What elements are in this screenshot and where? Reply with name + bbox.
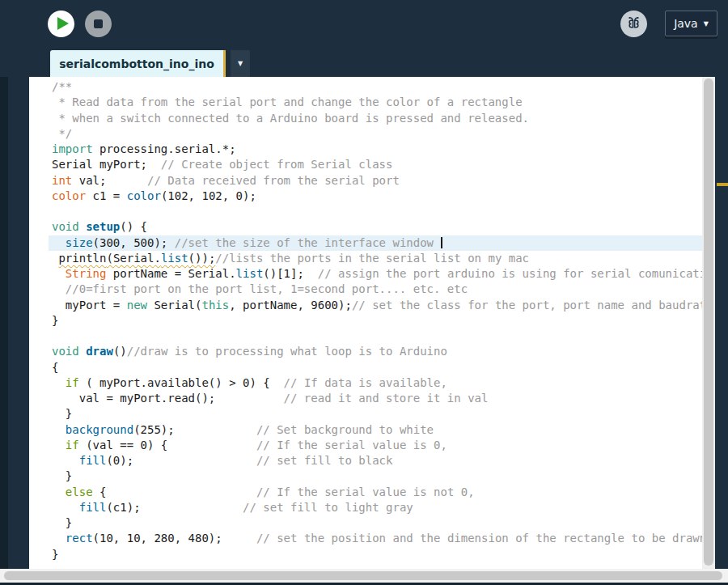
warning-marker[interactable]: [717, 183, 728, 186]
code-token: // set the position and the dimension of…: [256, 532, 702, 545]
code-line[interactable]: }: [49, 468, 702, 484]
code-line[interactable]: }: [49, 547, 702, 562]
code-line[interactable]: else { // If the serial value is not 0,: [49, 485, 702, 500]
code-token: * when a switch connected to a Arduino b…: [52, 112, 529, 125]
code-token: background: [66, 423, 133, 436]
chevron-down-icon: ▼: [704, 19, 709, 28]
code-token: (102, 102, 0);: [161, 189, 256, 202]
code-line[interactable]: fill(c1); // set fill to light gray: [49, 500, 702, 515]
run-button[interactable]: [48, 11, 74, 37]
vertical-scrollbar-track[interactable]: [702, 77, 715, 569]
code-token: // Create object from Serial class: [161, 158, 393, 171]
code-token: processing.serial.*;: [93, 142, 236, 155]
vertical-scrollbar-thumb[interactable]: [704, 78, 713, 566]
code-token: list: [236, 267, 264, 280]
code-editor[interactable]: /** * Read data from the serial port and…: [49, 77, 702, 569]
code-line[interactable]: /**: [49, 79, 702, 95]
code-line[interactable]: * Read data from the serial port and cha…: [49, 95, 702, 110]
code-token: // Data received from the serial port: [147, 174, 400, 187]
code-line[interactable]: color c1 = color(102, 102, 0);: [49, 189, 702, 204]
code-line[interactable]: [49, 329, 702, 344]
code-token: int: [52, 174, 72, 187]
code-token: [52, 454, 79, 467]
code-line[interactable]: background(255); // Set background to wh…: [49, 422, 702, 438]
code-token: rect: [66, 532, 93, 545]
code-line[interactable]: rect(10, 10, 280, 480); // set the posit…: [49, 531, 702, 546]
code-line[interactable]: myPort = new Serial(this, portName, 9600…: [49, 298, 702, 313]
debug-butterfly-icon: [624, 15, 643, 33]
code-token: // Set background to white: [256, 423, 434, 436]
code-line[interactable]: */: [49, 126, 702, 142]
code-token: [52, 532, 66, 545]
code-token: // If data is available,: [284, 376, 447, 389]
code-line[interactable]: if ( myPort.available() > 0) { // If dat…: [49, 375, 702, 391]
code-token: * Read data from the serial port and cha…: [52, 95, 523, 108]
horizontal-scrollbar-thumb[interactable]: [4, 571, 722, 580]
code-line[interactable]: if (val == 0) { // If the serial value i…: [49, 438, 702, 453]
code-token: fill: [79, 454, 107, 467]
code-line[interactable]: size(300, 500); //set the size of the in…: [49, 235, 702, 251]
code-line[interactable]: void setup() {: [49, 219, 702, 235]
code-token: [52, 501, 79, 514]
tab-bar: serialcombotton_ino_ino ▼: [0, 50, 728, 77]
code-token: color: [52, 189, 86, 202]
stop-button[interactable]: [85, 11, 112, 37]
code-token: draw: [86, 345, 113, 358]
code-token: setup: [86, 220, 120, 233]
code-token: (0);: [106, 454, 256, 467]
code-token: }: [52, 516, 72, 529]
code-token: //lists the ports in the serial list on …: [215, 252, 529, 265]
code-line[interactable]: }: [49, 313, 702, 329]
code-token: (255);: [133, 423, 256, 436]
code-token: }: [52, 314, 58, 327]
code-line[interactable]: val = myPort.read(); // read it and stor…: [49, 391, 702, 406]
code-token-warned: println: [58, 252, 106, 265]
code-token-warned: (Serial.: [106, 252, 160, 265]
code-line[interactable]: int val; // Data received from the seria…: [49, 173, 702, 189]
debug-button[interactable]: [620, 11, 647, 37]
code-token: c1 =: [86, 189, 127, 202]
code-line[interactable]: Serial myPort; // Create object from Ser…: [49, 157, 702, 172]
mode-dropdown[interactable]: Java ▼: [665, 11, 717, 36]
code-line[interactable]: [49, 562, 702, 569]
code-token: Serial myPort;: [52, 158, 161, 171]
code-line[interactable]: }: [49, 406, 702, 422]
code-token: fill: [79, 501, 107, 514]
code-token: // read it and store it in val: [284, 392, 489, 405]
tab-sketch[interactable]: serialcombotton_ino_ino: [50, 50, 223, 77]
toolbar: Java ▼: [0, 0, 728, 50]
code-token: [52, 376, 66, 389]
code-token: (c1);: [106, 501, 243, 514]
code-line[interactable]: }: [49, 515, 702, 531]
code-token: /**: [52, 80, 72, 93]
code-token: (10, 10, 280, 480);: [93, 532, 256, 545]
code-token: Serial(: [147, 299, 201, 312]
window-left-edge: [0, 0, 8, 585]
error-strip: [715, 77, 728, 569]
code-line[interactable]: void draw()//draw is to processing what …: [49, 344, 702, 359]
code-token: if: [66, 376, 79, 389]
code-token: myPort =: [52, 299, 127, 312]
code-line[interactable]: //0=first port on the port list, 1=secon…: [49, 282, 702, 297]
code-line[interactable]: {: [49, 360, 702, 375]
code-line[interactable]: import processing.serial.*;: [49, 142, 702, 157]
code-token: color: [127, 189, 161, 202]
code-token: }: [52, 548, 58, 561]
code-token: // set fill to light gray: [243, 501, 413, 514]
code-line[interactable]: String portName = Serial.list()[1]; // a…: [49, 266, 702, 282]
code-token: () {: [120, 220, 147, 233]
code-token: (): [113, 345, 127, 358]
mode-label: Java: [674, 17, 698, 30]
code-line[interactable]: println(Serial.list());//lists the ports…: [49, 251, 702, 266]
tab-menu-button[interactable]: ▼: [231, 50, 250, 77]
code-token: (val == 0) {: [79, 439, 256, 451]
chevron-down-icon: ▼: [238, 60, 243, 67]
horizontal-scrollbar-track[interactable]: [0, 569, 728, 583]
code-token: portName = Serial.: [106, 267, 235, 280]
code-line[interactable]: fill(0); // set fill to black: [49, 453, 702, 468]
code-token: new: [127, 299, 147, 312]
code-line[interactable]: * when a switch connected to a Arduino b…: [49, 111, 702, 126]
code-token: */: [52, 127, 72, 140]
code-token: [52, 236, 66, 249]
code-line[interactable]: [49, 204, 702, 219]
